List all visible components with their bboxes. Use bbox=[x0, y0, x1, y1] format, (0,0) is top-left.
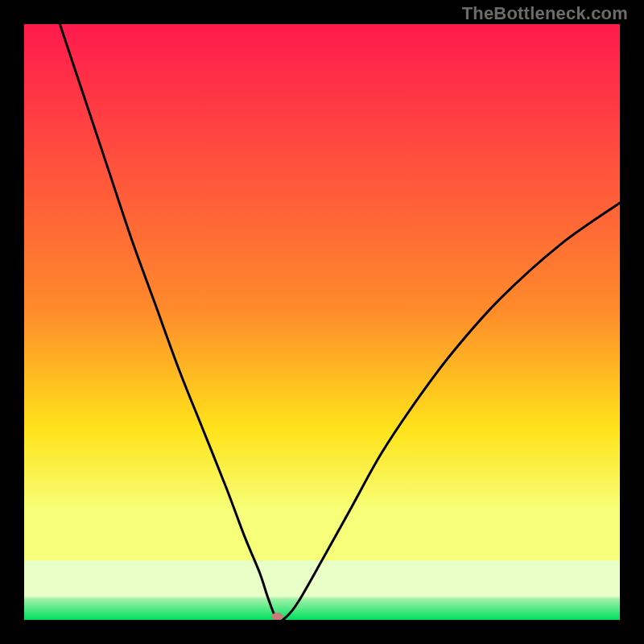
chart-frame: TheBottleneck.com bbox=[0, 0, 644, 644]
plot-area bbox=[24, 24, 620, 620]
chart-svg bbox=[24, 24, 620, 620]
watermark-text: TheBottleneck.com bbox=[462, 3, 628, 24]
svg-rect-0 bbox=[24, 24, 620, 620]
